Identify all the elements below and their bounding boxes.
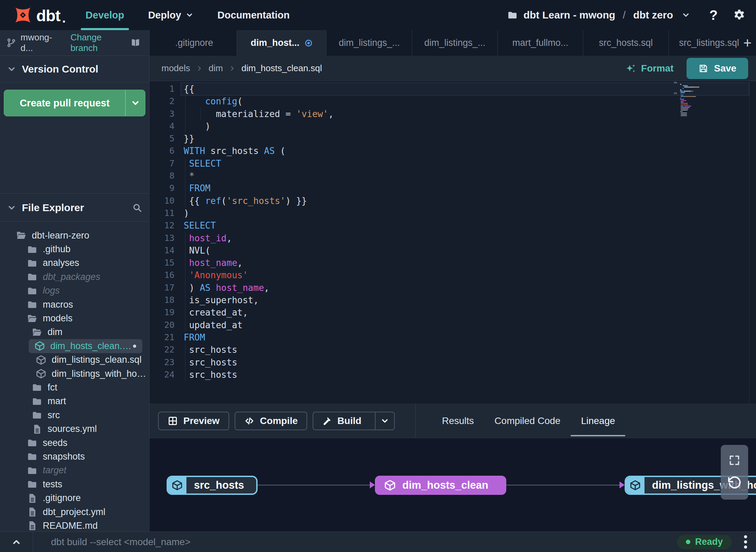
- editor-tab-dim_listings_-[interactable]: dim_listings_...: [412, 30, 498, 56]
- code-line-14[interactable]: 14 NVL(: [149, 244, 756, 257]
- branch-name[interactable]: mwong-d...: [21, 32, 64, 53]
- tree-item-mart[interactable]: mart: [0, 395, 149, 408]
- tree-item-dbt_project-yml[interactable]: dbt_project.yml: [0, 505, 149, 519]
- tree-item-sources-yml[interactable]: sources.yml: [0, 422, 149, 436]
- chevron-down-icon[interactable]: [7, 64, 16, 74]
- code-line-21[interactable]: 21FROM: [149, 331, 756, 344]
- code-line-20[interactable]: 20 updated_at: [149, 319, 756, 331]
- tree-item-fct[interactable]: fct: [0, 381, 149, 394]
- build-dropdown[interactable]: [375, 412, 394, 429]
- lineage-node-src_hosts[interactable]: src_hosts: [167, 476, 258, 495]
- tree-item-dbt-learn-zero[interactable]: dbt-learn-zero: [0, 229, 149, 242]
- tree-item-README-md[interactable]: README.md: [0, 519, 149, 531]
- pull-request-dropdown[interactable]: [125, 90, 145, 116]
- fullscreen-icon[interactable]: [728, 454, 741, 466]
- folder-icon: [31, 410, 42, 421]
- code-line-18[interactable]: 18 is_superhost,: [149, 294, 756, 306]
- editor-tab--gitignore[interactable]: .gitignore: [152, 30, 237, 56]
- format-button[interactable]: Format: [625, 63, 674, 74]
- tree-item-seeds[interactable]: seeds: [0, 436, 149, 450]
- code-line-2[interactable]: 2 config(: [149, 95, 756, 107]
- build-button-main[interactable]: Build: [313, 412, 369, 429]
- code-line-7[interactable]: 7 SELECT: [149, 157, 756, 170]
- code-line-24[interactable]: 24 src_hosts: [149, 369, 756, 381]
- code-line-23[interactable]: 23 src_hosts: [149, 356, 756, 369]
- editor-tab-mart_fullmo-[interactable]: mart_fullmo...: [498, 30, 583, 56]
- tree-item-logs[interactable]: logs: [0, 284, 149, 298]
- code-line-3[interactable]: 3 materialized = 'view',: [149, 108, 756, 120]
- editor-tab-dim_host-[interactable]: dim_host...: [237, 30, 327, 56]
- code-line-11[interactable]: 11): [149, 207, 756, 219]
- save-button[interactable]: Save: [687, 58, 748, 79]
- tree-item-target[interactable]: target: [0, 464, 149, 477]
- gear-icon[interactable]: [733, 9, 746, 22]
- nav-item-develop[interactable]: Develop: [86, 0, 124, 30]
- file-icon: [31, 424, 42, 435]
- tree-item--github[interactable]: .github: [0, 242, 149, 256]
- project-selector[interactable]: dbt Learn - mwong / dbt zero: [507, 9, 690, 21]
- tree-item-label: .github: [43, 244, 70, 255]
- code-line-6[interactable]: 6WITH src_hosts AS (: [149, 145, 756, 157]
- code-editor[interactable]: 1{{2 config(3 materialized = 'view',4 )5…: [149, 81, 756, 404]
- command-input[interactable]: dbt build --select <model_name>: [51, 537, 677, 548]
- lineage-canvas[interactable]: src_hostsdim_hosts_cleandim_listings_wit…: [149, 438, 756, 531]
- nav-item-deploy[interactable]: Deploy: [148, 0, 194, 30]
- tree-item-analyses[interactable]: analyses: [0, 256, 149, 270]
- tree-item-macros[interactable]: macros: [0, 298, 149, 311]
- folder-icon: [31, 396, 42, 407]
- docs-book-icon[interactable]: [130, 37, 141, 48]
- code-line-13[interactable]: 13 host_id,: [149, 232, 756, 244]
- kebab-menu[interactable]: [744, 535, 747, 549]
- code-text: {{: [174, 83, 194, 95]
- code-line-1[interactable]: 1{{: [149, 83, 756, 95]
- panel-tab-lineage[interactable]: Lineage: [581, 404, 615, 438]
- code-line-17[interactable]: 17 ) AS host_name,: [149, 282, 756, 294]
- tree-item-dim_listings_with_hosts-[interactable]: dim_listings_with_hosts...: [0, 367, 149, 381]
- minimap-line: [680, 106, 706, 107]
- tree-item-snapshots[interactable]: snapshots: [0, 450, 149, 463]
- lineage-node-dim_hosts_clean[interactable]: dim_hosts_clean: [375, 476, 506, 495]
- nav-item-documentation[interactable]: Documentation: [218, 0, 290, 30]
- minimap[interactable]: [680, 84, 706, 117]
- panel-tab-results[interactable]: Results: [442, 404, 474, 438]
- new-tab-button[interactable]: +: [739, 30, 756, 56]
- preview-button[interactable]: Preview: [158, 412, 229, 430]
- code-line-16[interactable]: 16 'Anonymous': [149, 269, 756, 281]
- help-button[interactable]: ?: [709, 8, 718, 23]
- code-line-9[interactable]: 9 FROM: [149, 182, 756, 194]
- search-icon[interactable]: [132, 203, 142, 213]
- code-line-5[interactable]: 5}}: [149, 132, 756, 145]
- code-line-15[interactable]: 15 host_name,: [149, 257, 756, 269]
- code-line-12[interactable]: 12SELECT: [149, 219, 756, 232]
- dbt-logo[interactable]: dbt: [12, 4, 65, 26]
- tree-item-dim_hosts_clean-sql[interactable]: dim_hosts_clean.sql: [29, 339, 142, 353]
- tree-item-tests[interactable]: tests: [0, 477, 149, 491]
- change-branch-link[interactable]: Change branch: [70, 32, 130, 53]
- editor-tab-dim_listings_-[interactable]: dim_listings_...: [327, 30, 412, 56]
- compile-button[interactable]: Compile: [235, 412, 307, 430]
- tree-item-dim[interactable]: dim: [0, 325, 149, 339]
- tree-item-models[interactable]: models: [0, 311, 149, 325]
- code-line-4[interactable]: 4 ): [149, 120, 756, 132]
- panel-tab-compiled-code[interactable]: Compiled Code: [494, 404, 560, 438]
- build-button[interactable]: Build: [313, 412, 395, 430]
- tree-item-src[interactable]: src: [0, 408, 149, 422]
- code-line-19[interactable]: 19 created_at,: [149, 306, 756, 319]
- tree-item-dim_listings_clean-sql[interactable]: dim_listings_clean.sql: [0, 353, 149, 367]
- reset-view-icon[interactable]: [727, 475, 742, 490]
- editor-tab-src_listings-sql[interactable]: src_listings.sql: [669, 30, 739, 56]
- tree-item--gitignore[interactable]: .gitignore: [0, 491, 149, 505]
- status-bar: dbt build --select <model_name> Ready: [0, 531, 756, 552]
- tree-item-dbt_packages[interactable]: dbt_packages: [0, 270, 149, 284]
- editor-tab-src_hosts-sql[interactable]: src_hosts.sql: [583, 30, 669, 56]
- code-icon: [244, 416, 255, 426]
- code-line-8[interactable]: 8 *: [149, 170, 756, 182]
- chevron-down-icon[interactable]: [7, 203, 16, 213]
- account-name: dbt Learn - mwong: [523, 9, 615, 21]
- create-pull-request-button[interactable]: Create pull request: [4, 90, 145, 116]
- code-line-10[interactable]: 10 {{ ref('src_hosts') }}: [149, 195, 756, 207]
- line-number: 14: [149, 244, 174, 257]
- code-line-22[interactable]: 22 src_hosts: [149, 344, 756, 356]
- save-floppy-icon: [698, 63, 708, 74]
- command-bar-expand[interactable]: [0, 532, 33, 552]
